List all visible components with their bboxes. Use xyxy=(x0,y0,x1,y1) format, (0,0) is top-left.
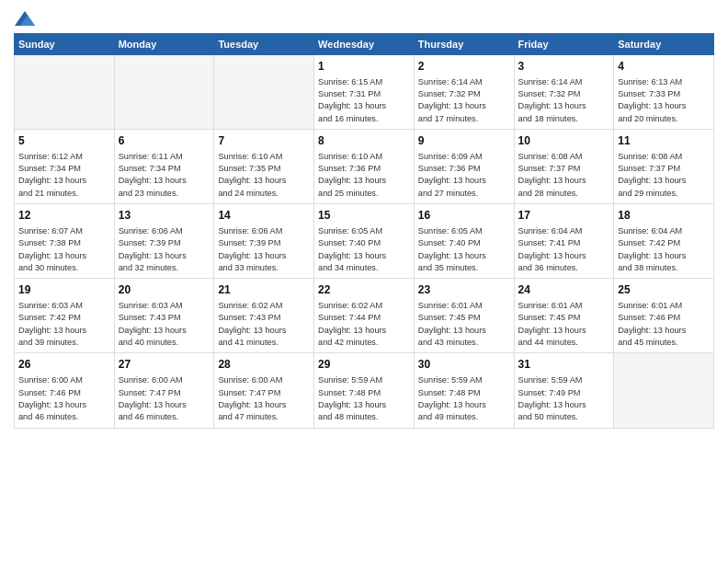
day-number: 3 xyxy=(518,59,610,75)
calendar-cell: 2Sunrise: 6:14 AM Sunset: 7:32 PM Daylig… xyxy=(414,54,514,129)
day-info: Sunrise: 6:11 AM Sunset: 7:34 PM Dayligh… xyxy=(119,151,210,200)
calendar-cell: 16Sunrise: 6:05 AM Sunset: 7:40 PM Dayli… xyxy=(414,204,514,279)
day-info: Sunrise: 6:00 AM Sunset: 7:47 PM Dayligh… xyxy=(119,374,210,423)
header-day-thursday: Thursday xyxy=(414,33,514,54)
day-number: 22 xyxy=(318,282,410,298)
day-number: 4 xyxy=(618,59,710,75)
day-info: Sunrise: 6:09 AM Sunset: 7:36 PM Dayligh… xyxy=(418,151,510,200)
calendar-cell: 31Sunrise: 5:59 AM Sunset: 7:49 PM Dayli… xyxy=(514,353,614,428)
day-info: Sunrise: 6:13 AM Sunset: 7:33 PM Dayligh… xyxy=(618,76,710,125)
calendar-cell: 24Sunrise: 6:01 AM Sunset: 7:45 PM Dayli… xyxy=(514,279,614,353)
day-number: 26 xyxy=(18,357,110,373)
calendar-cell: 13Sunrise: 6:06 AM Sunset: 7:39 PM Dayli… xyxy=(114,204,214,279)
calendar-cell: 20Sunrise: 6:03 AM Sunset: 7:43 PM Dayli… xyxy=(114,279,214,353)
calendar-cell: 21Sunrise: 6:02 AM Sunset: 7:43 PM Dayli… xyxy=(214,279,314,353)
day-number: 25 xyxy=(618,282,710,298)
day-number: 13 xyxy=(119,208,210,224)
calendar-cell: 5Sunrise: 6:12 AM Sunset: 7:34 PM Daylig… xyxy=(15,129,115,203)
day-info: Sunrise: 6:00 AM Sunset: 7:46 PM Dayligh… xyxy=(18,374,110,423)
day-number: 29 xyxy=(318,357,410,373)
day-number: 16 xyxy=(418,208,510,224)
day-number: 7 xyxy=(218,133,310,149)
day-number: 24 xyxy=(518,282,610,298)
calendar-cell xyxy=(114,54,214,129)
calendar-cell: 1Sunrise: 6:15 AM Sunset: 7:31 PM Daylig… xyxy=(314,54,415,129)
day-number: 8 xyxy=(318,133,410,149)
day-number: 5 xyxy=(18,133,110,149)
calendar-cell: 29Sunrise: 5:59 AM Sunset: 7:48 PM Dayli… xyxy=(314,353,415,428)
calendar-cell: 8Sunrise: 6:10 AM Sunset: 7:36 PM Daylig… xyxy=(314,129,415,203)
day-number: 21 xyxy=(218,282,310,298)
day-info: Sunrise: 6:00 AM Sunset: 7:47 PM Dayligh… xyxy=(218,374,310,423)
day-info: Sunrise: 6:07 AM Sunset: 7:38 PM Dayligh… xyxy=(18,225,110,274)
calendar-cell xyxy=(214,54,314,129)
calendar-cell: 10Sunrise: 6:08 AM Sunset: 7:37 PM Dayli… xyxy=(514,129,614,203)
day-info: Sunrise: 6:01 AM Sunset: 7:46 PM Dayligh… xyxy=(618,300,710,349)
day-info: Sunrise: 6:04 AM Sunset: 7:42 PM Dayligh… xyxy=(618,225,710,274)
day-info: Sunrise: 6:06 AM Sunset: 7:39 PM Dayligh… xyxy=(218,225,310,274)
calendar-cell: 23Sunrise: 6:01 AM Sunset: 7:45 PM Dayli… xyxy=(414,279,514,353)
calendar-cell: 25Sunrise: 6:01 AM Sunset: 7:46 PM Dayli… xyxy=(614,279,714,353)
calendar-cell: 30Sunrise: 5:59 AM Sunset: 7:48 PM Dayli… xyxy=(414,353,514,428)
calendar-cell xyxy=(614,353,714,428)
day-info: Sunrise: 6:03 AM Sunset: 7:42 PM Dayligh… xyxy=(18,300,110,349)
day-number: 19 xyxy=(18,282,110,298)
header-day-wednesday: Wednesday xyxy=(314,33,415,54)
day-info: Sunrise: 5:59 AM Sunset: 7:49 PM Dayligh… xyxy=(518,374,610,423)
calendar-cell: 9Sunrise: 6:09 AM Sunset: 7:36 PM Daylig… xyxy=(414,129,514,203)
day-number: 6 xyxy=(119,133,210,149)
day-info: Sunrise: 6:10 AM Sunset: 7:36 PM Dayligh… xyxy=(318,151,410,200)
day-number: 30 xyxy=(418,357,510,373)
day-number: 31 xyxy=(518,357,610,373)
calendar-cell: 27Sunrise: 6:00 AM Sunset: 7:47 PM Dayli… xyxy=(114,353,214,428)
day-number: 1 xyxy=(318,59,410,75)
day-number: 15 xyxy=(318,208,410,224)
day-info: Sunrise: 6:10 AM Sunset: 7:35 PM Dayligh… xyxy=(218,151,310,200)
day-number: 2 xyxy=(418,59,510,75)
day-info: Sunrise: 6:04 AM Sunset: 7:41 PM Dayligh… xyxy=(518,225,610,274)
calendar-week-4: 19Sunrise: 6:03 AM Sunset: 7:42 PM Dayli… xyxy=(15,279,714,353)
day-info: Sunrise: 6:01 AM Sunset: 7:45 PM Dayligh… xyxy=(518,300,610,349)
day-number: 28 xyxy=(218,357,310,373)
calendar-cell: 18Sunrise: 6:04 AM Sunset: 7:42 PM Dayli… xyxy=(614,204,714,279)
calendar-cell: 19Sunrise: 6:03 AM Sunset: 7:42 PM Dayli… xyxy=(15,279,115,353)
day-number: 27 xyxy=(119,357,210,373)
day-number: 11 xyxy=(618,133,710,149)
day-number: 14 xyxy=(218,208,310,224)
day-info: Sunrise: 6:02 AM Sunset: 7:43 PM Dayligh… xyxy=(218,300,310,349)
calendar-cell: 28Sunrise: 6:00 AM Sunset: 7:47 PM Dayli… xyxy=(214,353,314,428)
header-day-tuesday: Tuesday xyxy=(214,33,314,54)
day-info: Sunrise: 6:06 AM Sunset: 7:39 PM Dayligh… xyxy=(119,225,210,274)
calendar-cell: 14Sunrise: 6:06 AM Sunset: 7:39 PM Dayli… xyxy=(214,204,314,279)
day-info: Sunrise: 6:14 AM Sunset: 7:32 PM Dayligh… xyxy=(518,76,610,125)
calendar-week-1: 1Sunrise: 6:15 AM Sunset: 7:31 PM Daylig… xyxy=(15,54,714,129)
day-info: Sunrise: 6:01 AM Sunset: 7:45 PM Dayligh… xyxy=(418,300,510,349)
day-info: Sunrise: 5:59 AM Sunset: 7:48 PM Dayligh… xyxy=(418,374,510,423)
calendar-page: SundayMondayTuesdayWednesdayThursdayFrid… xyxy=(0,0,728,563)
day-info: Sunrise: 6:14 AM Sunset: 7:32 PM Dayligh… xyxy=(418,76,510,125)
logo-text xyxy=(14,9,36,28)
header xyxy=(14,9,714,26)
calendar-cell: 12Sunrise: 6:07 AM Sunset: 7:38 PM Dayli… xyxy=(15,204,115,279)
calendar-cell: 17Sunrise: 6:04 AM Sunset: 7:41 PM Dayli… xyxy=(514,204,614,279)
day-number: 12 xyxy=(18,208,110,224)
calendar-cell: 22Sunrise: 6:02 AM Sunset: 7:44 PM Dayli… xyxy=(314,279,415,353)
day-number: 20 xyxy=(119,282,210,298)
header-day-monday: Monday xyxy=(114,33,214,54)
calendar-week-3: 12Sunrise: 6:07 AM Sunset: 7:38 PM Dayli… xyxy=(15,204,714,279)
calendar-cell: 11Sunrise: 6:08 AM Sunset: 7:37 PM Dayli… xyxy=(614,129,714,203)
day-info: Sunrise: 6:15 AM Sunset: 7:31 PM Dayligh… xyxy=(318,76,410,125)
logo-icon xyxy=(15,11,35,26)
calendar-body: 1Sunrise: 6:15 AM Sunset: 7:31 PM Daylig… xyxy=(15,54,714,428)
calendar-week-5: 26Sunrise: 6:00 AM Sunset: 7:46 PM Dayli… xyxy=(15,353,714,428)
header-row: SundayMondayTuesdayWednesdayThursdayFrid… xyxy=(15,33,714,54)
logo xyxy=(14,9,36,26)
calendar-cell xyxy=(15,54,115,129)
calendar-header: SundayMondayTuesdayWednesdayThursdayFrid… xyxy=(15,33,714,54)
day-info: Sunrise: 6:12 AM Sunset: 7:34 PM Dayligh… xyxy=(18,151,110,200)
calendar-cell: 6Sunrise: 6:11 AM Sunset: 7:34 PM Daylig… xyxy=(114,129,214,203)
calendar-cell: 26Sunrise: 6:00 AM Sunset: 7:46 PM Dayli… xyxy=(15,353,115,428)
day-info: Sunrise: 6:08 AM Sunset: 7:37 PM Dayligh… xyxy=(518,151,610,200)
day-info: Sunrise: 6:03 AM Sunset: 7:43 PM Dayligh… xyxy=(119,300,210,349)
header-day-friday: Friday xyxy=(514,33,614,54)
